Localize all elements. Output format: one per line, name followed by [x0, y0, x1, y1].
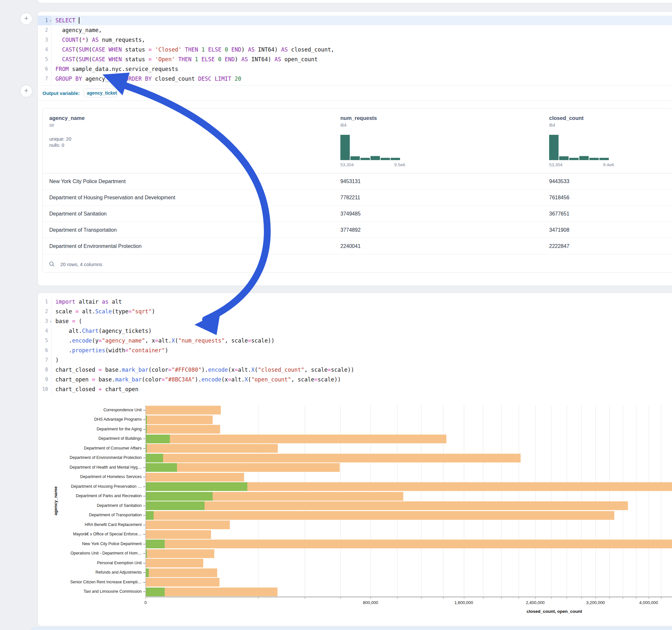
code-text[interactable]: GROUP BY agency_name ORDER BY closed_cou… [51, 74, 672, 83]
y-axis-tick [143, 582, 145, 583]
y-axis-label: Department of Consumer Affairs [38, 446, 142, 451]
x-axis-tick [501, 597, 502, 599]
collapse-chevron-icon[interactable]: ∨ [50, 317, 51, 326]
y-axis-label: New York City Police Department [38, 541, 142, 546]
code-text[interactable]: chart_open = base.mark_bar(color="#8BC34… [51, 374, 672, 384]
code-text[interactable]: alt.Chart(agency_tickets) [51, 326, 672, 336]
code-text[interactable]: chart_closed + chart_open [51, 384, 672, 394]
code-text[interactable]: .encode(y="agency_name", x=alt.X("num_re… [51, 336, 672, 345]
python-editor[interactable]: 1import altair as alt2scale = alt.Scale(… [38, 297, 672, 394]
bar-open-count [146, 454, 163, 462]
cell-agency_name: Department of Environmental Protection [49, 238, 142, 254]
y-axis-tick [143, 438, 145, 439]
column-header-agency_name[interactable]: agency_namestrunique: 20nulls: 0 [49, 115, 85, 148]
column-header-num_requests[interactable]: num_requestsi6453,3049.5e6 [340, 115, 405, 167]
code-text[interactable]: chart_closed = base.mark_bar(color="#FFC… [51, 365, 672, 374]
code-line[interactable]: 2scale = alt.Scale(type="sqrt") [38, 307, 672, 316]
code-line[interactable]: 4 CAST(SUM(CASE WHEN status = 'Closed' T… [38, 45, 672, 54]
x-axis-tick-label: 2,400,000 [526, 600, 545, 605]
y-axis-tick [143, 410, 145, 411]
y-axis-tick [143, 467, 145, 468]
bar-closed-count [146, 444, 278, 453]
gridline [258, 406, 258, 597]
code-line[interactable]: 5 .encode(y="agency_name", x=alt.X("num_… [38, 336, 672, 345]
bar-open-count [146, 568, 149, 577]
gridline [370, 406, 371, 597]
line-number: 6 [38, 345, 51, 355]
notebook-page: { "ui": { "add_cell_label": "+", "output… [0, 0, 672, 630]
code-text[interactable]: SELECT [51, 16, 672, 25]
bar-closed-count [146, 501, 628, 510]
y-axis-tick [143, 525, 145, 525]
gridline [519, 406, 519, 597]
x-axis-tick-label: 800,000 [363, 600, 378, 605]
y-axis-tick [143, 486, 145, 487]
cell-closed_count: 7618456 [549, 190, 569, 205]
bar-closed-count [146, 539, 672, 548]
code-line[interactable]: 8chart_closed = base.mark_bar(color="#FF… [38, 365, 672, 374]
x-axis-tick-label: 1,600,000 [455, 600, 473, 605]
table-row: Department of Transportation377489234719… [43, 222, 672, 238]
code-text[interactable]: agency_name, [51, 25, 672, 35]
code-text[interactable]: COUNT(*) AS num_requests, [51, 35, 672, 45]
table-body: New York City Police Department945313194… [43, 173, 672, 255]
code-line[interactable]: 9chart_open = base.mark_bar(color="#8BC3… [38, 374, 672, 384]
code-line[interactable]: 7GROUP BY agency_name ORDER BY closed_co… [38, 74, 672, 83]
gridline [567, 406, 567, 597]
code-text[interactable]: CAST(SUM(CASE WHEN status = 'Open' THEN … [51, 54, 672, 64]
code-line[interactable]: 1import altair as alt [38, 297, 672, 307]
code-text[interactable]: .properties(width="container") [51, 345, 672, 355]
column-name: num_requests [340, 115, 405, 121]
code-line[interactable]: 3 COUNT(*) AS num_requests, [38, 35, 672, 45]
add-cell-button-top[interactable]: + [20, 13, 32, 25]
y-axis-label: Department of Health and Mental Hyg… [38, 465, 142, 469]
code-line[interactable]: 4 alt.Chart(agency_tickets) [38, 326, 672, 336]
python-cell-card: 1import altair as alt2scale = alt.Scale(… [38, 293, 672, 626]
table-row: Department of Environmental Protection22… [43, 238, 672, 255]
x-axis-tick [397, 597, 398, 599]
column-histogram [549, 135, 609, 160]
bar-closed-count [146, 425, 220, 434]
bar-closed-count [146, 587, 278, 596]
y-axis-tick [143, 506, 145, 506]
code-text[interactable]: import altair as alt [51, 297, 672, 307]
code-line[interactable]: 1∨SELECT [38, 16, 672, 25]
code-text[interactable]: scale = alt.Scale(type="sqrt") [51, 307, 672, 316]
gridline [636, 406, 637, 597]
bar-open-count [146, 511, 154, 520]
y-axis-tick [143, 419, 145, 420]
code-line[interactable]: 3∨base = ( [38, 316, 672, 326]
y-axis-tick [143, 591, 145, 592]
bar-open-count [146, 435, 170, 443]
code-text[interactable]: ) [51, 355, 672, 365]
code-line[interactable]: 5 CAST(SUM(CASE WHEN status = 'Open' THE… [38, 54, 672, 64]
table-row: Department of Housing Preservation and D… [43, 190, 672, 206]
sql-editor[interactable]: 1∨SELECT 2 agency_name,3 COUNT(*) AS num… [38, 16, 672, 83]
search-icon[interactable] [49, 261, 55, 267]
code-text[interactable]: base = ( [51, 316, 672, 326]
code-line[interactable]: 2 agency_name, [38, 25, 672, 35]
x-axis-tick [581, 597, 581, 599]
x-axis-tick [551, 597, 551, 599]
next-cell-edge [31, 627, 672, 630]
output-variable-pill[interactable]: agency_tickets [83, 89, 117, 98]
x-axis-tick [443, 597, 443, 599]
gridline [551, 406, 551, 597]
line-number: 7 [38, 74, 51, 83]
code-line[interactable]: 6 .properties(width="container") [38, 345, 672, 355]
code-line[interactable]: 7) [38, 355, 672, 365]
bar-closed-count [146, 578, 219, 587]
code-text[interactable]: FROM sample_data.nyc.service_requests [51, 64, 672, 74]
column-header-closed_count[interactable]: closed_counti6453,3049.4e6 [549, 115, 614, 167]
y-axis-label: Correspondence Unit [38, 408, 142, 412]
collapse-chevron-icon[interactable]: ∨ [50, 16, 51, 26]
cell-closed_count: 2222847 [549, 238, 569, 254]
gridline [609, 406, 610, 597]
add-cell-button-output[interactable]: + [20, 85, 32, 97]
code-line[interactable]: 6FROM sample_data.nyc.service_requests [38, 64, 672, 74]
code-text[interactable]: CAST(SUM(CASE WHEN status = 'Closed' THE… [51, 45, 672, 54]
bar-closed-count [146, 568, 217, 577]
x-axis-tick [609, 597, 610, 599]
line-number: 3∨ [38, 316, 51, 326]
code-line[interactable]: 10chart_closed + chart_open [38, 384, 672, 394]
